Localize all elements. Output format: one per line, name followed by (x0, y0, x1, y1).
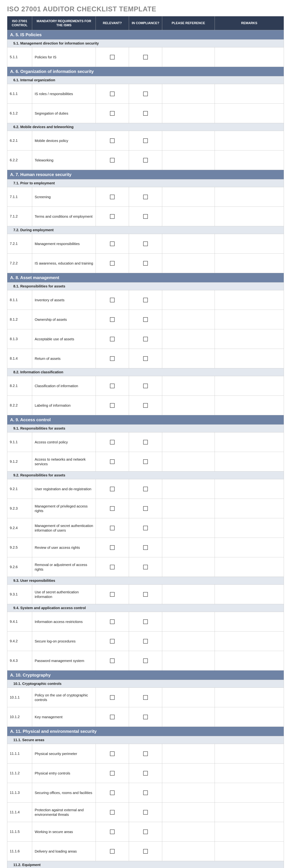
relevant-checkbox[interactable] (110, 138, 115, 143)
relevant-checkbox[interactable] (110, 403, 115, 408)
relevant-checkbox[interactable] (110, 111, 115, 116)
reference-cell[interactable] (162, 131, 214, 151)
relevant-checkbox[interactable] (110, 459, 115, 464)
compliance-checkbox[interactable] (143, 214, 148, 219)
compliance-checkbox[interactable] (143, 383, 148, 388)
remarks-cell[interactable] (214, 744, 284, 764)
remarks-cell[interactable] (214, 396, 284, 415)
reference-cell[interactable] (162, 612, 214, 631)
compliance-checkbox[interactable] (143, 592, 148, 597)
reference-cell[interactable] (162, 557, 214, 577)
compliance-checkbox[interactable] (143, 506, 148, 511)
relevant-checkbox[interactable] (110, 92, 115, 96)
remarks-cell[interactable] (214, 253, 284, 273)
compliance-checkbox[interactable] (143, 138, 148, 143)
remarks-cell[interactable] (214, 499, 284, 518)
reference-cell[interactable] (162, 253, 214, 273)
remarks-cell[interactable] (214, 688, 284, 707)
compliance-checkbox[interactable] (143, 55, 148, 59)
reference-cell[interactable] (162, 842, 214, 861)
relevant-checkbox[interactable] (110, 830, 115, 834)
remarks-cell[interactable] (214, 349, 284, 368)
reference-cell[interactable] (162, 432, 214, 452)
relevant-checkbox[interactable] (110, 545, 115, 550)
compliance-checkbox[interactable] (143, 111, 148, 116)
reference-cell[interactable] (162, 688, 214, 707)
compliance-checkbox[interactable] (143, 261, 148, 266)
relevant-checkbox[interactable] (110, 771, 115, 776)
relevant-checkbox[interactable] (110, 849, 115, 854)
compliance-checkbox[interactable] (143, 565, 148, 569)
compliance-checkbox[interactable] (143, 771, 148, 776)
remarks-cell[interactable] (214, 631, 284, 651)
compliance-checkbox[interactable] (143, 810, 148, 815)
relevant-checkbox[interactable] (110, 592, 115, 597)
reference-cell[interactable] (162, 651, 214, 671)
relevant-checkbox[interactable] (110, 506, 115, 511)
reference-cell[interactable] (162, 744, 214, 764)
remarks-cell[interactable] (214, 585, 284, 604)
relevant-checkbox[interactable] (110, 298, 115, 302)
compliance-checkbox[interactable] (143, 403, 148, 408)
compliance-checkbox[interactable] (143, 317, 148, 322)
reference-cell[interactable] (162, 707, 214, 727)
remarks-cell[interactable] (214, 764, 284, 783)
reference-cell[interactable] (162, 822, 214, 842)
reference-cell[interactable] (162, 151, 214, 170)
relevant-checkbox[interactable] (110, 565, 115, 569)
compliance-checkbox[interactable] (143, 715, 148, 719)
reference-cell[interactable] (162, 783, 214, 803)
compliance-checkbox[interactable] (143, 195, 148, 199)
compliance-checkbox[interactable] (143, 695, 148, 700)
remarks-cell[interactable] (214, 783, 284, 803)
reference-cell[interactable] (162, 518, 214, 538)
compliance-checkbox[interactable] (143, 487, 148, 491)
compliance-checkbox[interactable] (143, 751, 148, 756)
remarks-cell[interactable] (214, 803, 284, 822)
remarks-cell[interactable] (214, 131, 284, 151)
relevant-checkbox[interactable] (110, 619, 115, 624)
reference-cell[interactable] (162, 310, 214, 329)
reference-cell[interactable] (162, 803, 214, 822)
compliance-checkbox[interactable] (143, 619, 148, 624)
reference-cell[interactable] (162, 499, 214, 518)
reference-cell[interactable] (162, 329, 214, 349)
remarks-cell[interactable] (214, 290, 284, 310)
remarks-cell[interactable] (214, 187, 284, 207)
reference-cell[interactable] (162, 631, 214, 651)
remarks-cell[interactable] (214, 842, 284, 861)
remarks-cell[interactable] (214, 48, 284, 67)
reference-cell[interactable] (162, 207, 214, 226)
compliance-checkbox[interactable] (143, 545, 148, 550)
reference-cell[interactable] (162, 187, 214, 207)
remarks-cell[interactable] (214, 707, 284, 727)
compliance-checkbox[interactable] (143, 356, 148, 361)
relevant-checkbox[interactable] (110, 158, 115, 162)
remarks-cell[interactable] (214, 452, 284, 471)
relevant-checkbox[interactable] (110, 195, 115, 199)
reference-cell[interactable] (162, 538, 214, 557)
relevant-checkbox[interactable] (110, 55, 115, 59)
compliance-checkbox[interactable] (143, 298, 148, 302)
compliance-checkbox[interactable] (143, 158, 148, 162)
relevant-checkbox[interactable] (110, 242, 115, 246)
compliance-checkbox[interactable] (143, 337, 148, 341)
reference-cell[interactable] (162, 479, 214, 499)
remarks-cell[interactable] (214, 310, 284, 329)
compliance-checkbox[interactable] (143, 639, 148, 644)
reference-cell[interactable] (162, 585, 214, 604)
relevant-checkbox[interactable] (110, 658, 115, 663)
remarks-cell[interactable] (214, 104, 284, 123)
relevant-checkbox[interactable] (110, 487, 115, 491)
remarks-cell[interactable] (214, 234, 284, 253)
remarks-cell[interactable] (214, 207, 284, 226)
remarks-cell[interactable] (214, 518, 284, 538)
relevant-checkbox[interactable] (110, 751, 115, 756)
remarks-cell[interactable] (214, 479, 284, 499)
reference-cell[interactable] (162, 84, 214, 104)
remarks-cell[interactable] (214, 376, 284, 396)
relevant-checkbox[interactable] (110, 526, 115, 530)
remarks-cell[interactable] (214, 538, 284, 557)
reference-cell[interactable] (162, 349, 214, 368)
reference-cell[interactable] (162, 452, 214, 471)
